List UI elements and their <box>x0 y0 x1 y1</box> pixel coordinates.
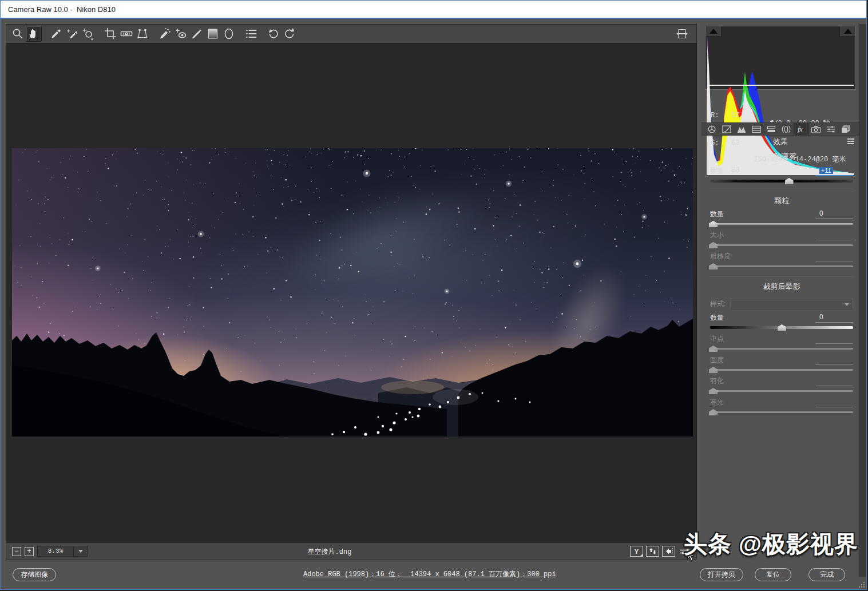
section-divider <box>710 276 853 277</box>
vignette-feather-slider-value[interactable] <box>815 376 853 386</box>
copy-settings-button[interactable] <box>662 546 675 557</box>
vignette-midpoint-slider-track[interactable] <box>710 346 853 352</box>
dehaze-amount-slider-track[interactable] <box>710 178 853 184</box>
vignette-highlights-slider-track[interactable] <box>710 409 853 415</box>
camera-raw-window: Camera Raw 10.0 - Nikon D810 <box>0 0 867 590</box>
vignette-style-label: 样式: <box>710 299 726 309</box>
resize-grip[interactable] <box>858 581 865 588</box>
rotate-left-tool[interactable] <box>265 26 282 42</box>
tab-hsl-grayscale[interactable] <box>749 123 764 136</box>
vignette-roundness-slider-value[interactable] <box>815 355 853 365</box>
tab-detail[interactable] <box>734 123 749 136</box>
vignette-highlights-slider: 高光 <box>710 398 853 415</box>
vignette-midpoint-slider: 中点 <box>710 334 853 352</box>
vignette-amount-slider-track[interactable] <box>710 324 853 331</box>
zoom-level-dropdown[interactable] <box>74 546 88 557</box>
save-image-button[interactable]: 存储图像 <box>13 568 56 581</box>
hand-tool[interactable] <box>26 26 42 42</box>
zoom-out-button[interactable]: − <box>12 547 21 556</box>
grain-amount-slider-label: 数量 <box>710 209 724 219</box>
vignette-feather-slider-thumb[interactable] <box>709 388 718 394</box>
grain-size-slider-label: 大小 <box>710 231 724 240</box>
grain-size-slider-value[interactable] <box>815 231 853 240</box>
grain-section-title: 颗粒 <box>710 196 853 206</box>
grain-roughness-slider: 粗糙度 <box>710 252 853 269</box>
photo-preview[interactable] <box>12 148 693 437</box>
grain-amount-slider-thumb[interactable] <box>709 221 718 227</box>
tool-group <box>10 26 298 42</box>
corner-notch-icon <box>640 554 643 556</box>
tab-snapshots[interactable] <box>838 123 853 136</box>
preview-mode-label: Y <box>635 548 639 555</box>
vignette-midpoint-slider-thumb[interactable] <box>709 346 718 352</box>
targeted-adjustment-tool[interactable] <box>80 26 96 42</box>
zoom-tool[interactable] <box>10 26 26 42</box>
open-copy-button[interactable]: 打开拷贝 <box>700 568 743 581</box>
tab-basic[interactable] <box>704 123 719 136</box>
tool-bar <box>6 24 697 43</box>
grain-amount-slider-track[interactable] <box>710 221 853 227</box>
grain-size-slider: 大小 <box>710 231 853 248</box>
grain-size-slider-track[interactable] <box>710 242 853 248</box>
straighten-tool[interactable] <box>118 26 134 42</box>
radial-filter-tool[interactable] <box>221 26 237 42</box>
title-bar: Camera Raw 10.0 - Nikon D810 <box>1 1 866 18</box>
vignette-amount-slider: 数量0 <box>710 313 853 331</box>
crop-tool[interactable] <box>102 26 118 42</box>
vignette-section: 数量0中点圆度羽化高光 <box>710 313 853 415</box>
vignette-style-select[interactable] <box>730 299 853 310</box>
reset-button[interactable]: 复位 <box>755 568 791 581</box>
workflow-options-link[interactable]: Adobe RGB (1998)；16 位； 14394 x 6048 (87.… <box>303 569 556 579</box>
red-eye-tool[interactable] <box>173 26 189 42</box>
mountains-silhouette <box>12 148 693 437</box>
highlight-clipping-warning[interactable] <box>839 26 855 37</box>
vignette-midpoint-slider-value[interactable] <box>815 334 853 344</box>
dehaze-amount-slider-thumb[interactable] <box>785 178 794 184</box>
tab-camera-calibration[interactable] <box>808 123 823 136</box>
vignette-highlights-slider-thumb[interactable] <box>709 409 718 415</box>
preview-mode-button[interactable]: Y <box>630 546 643 557</box>
tab-split-toning[interactable] <box>764 123 779 136</box>
rotate-right-tool[interactable] <box>282 26 298 42</box>
preferences-tool[interactable] <box>243 26 259 42</box>
vignette-roundness-slider-thumb[interactable] <box>709 367 718 373</box>
dehaze-section-title: 去除薄雾 <box>710 152 853 162</box>
tab-lens-corrections[interactable] <box>779 123 794 136</box>
vignette-highlights-slider-value[interactable] <box>815 398 853 407</box>
grain-amount-slider-value[interactable]: 0 <box>815 209 853 219</box>
vignette-amount-slider-value[interactable]: 0 <box>815 313 853 323</box>
transform-tool[interactable] <box>134 26 150 42</box>
zoom-level-value[interactable]: 8.3% <box>37 546 74 557</box>
panel-title: 效果 <box>701 137 859 147</box>
dehaze-amount-slider-value[interactable]: +11 <box>815 166 853 176</box>
tab-tone-curve[interactable] <box>719 123 734 136</box>
swap-before-after-button[interactable] <box>646 546 659 557</box>
chevron-down-icon <box>78 550 83 553</box>
grain-size-slider-thumb[interactable] <box>709 242 718 248</box>
grain-roughness-slider-label: 粗糙度 <box>710 252 731 261</box>
tab-effects[interactable]: fx <box>794 123 808 136</box>
preview-status-bar: − + 8.3% 星空接片.dng Y <box>6 542 697 560</box>
vignette-amount-slider-thumb[interactable] <box>778 324 786 331</box>
swap-arrows-icon <box>648 548 657 555</box>
vignette-roundness-slider-track[interactable] <box>710 367 853 373</box>
vignette-feather-slider-track[interactable] <box>710 388 853 394</box>
rgb-r-value: 57 <box>731 112 739 120</box>
grain-roughness-slider-thumb[interactable] <box>709 263 718 269</box>
spot-removal-tool[interactable] <box>157 26 173 42</box>
color-sampler-tool[interactable] <box>64 26 80 42</box>
shadow-clipping-warning[interactable] <box>706 26 722 37</box>
graduated-filter-tool[interactable] <box>205 26 221 42</box>
zoom-in-button[interactable]: + <box>25 547 34 556</box>
tab-presets[interactable] <box>823 123 838 136</box>
grain-roughness-slider-track[interactable] <box>710 263 853 269</box>
dehaze-section: 数量+11 <box>710 166 853 184</box>
grain-roughness-slider-value[interactable] <box>815 252 853 261</box>
fullscreen-toggle-button[interactable] <box>673 26 691 42</box>
done-button[interactable]: 完成 <box>808 568 845 581</box>
image-info-area: R: 57 G: 63 B: 80 f/2.8 20.00 秒 ISO 3200… <box>701 92 859 121</box>
white-balance-tool[interactable] <box>48 26 64 42</box>
adjustment-brush-tool[interactable] <box>189 26 205 42</box>
vignette-roundness-slider: 圆度 <box>710 355 853 373</box>
panel-menu-button[interactable] <box>847 138 854 145</box>
